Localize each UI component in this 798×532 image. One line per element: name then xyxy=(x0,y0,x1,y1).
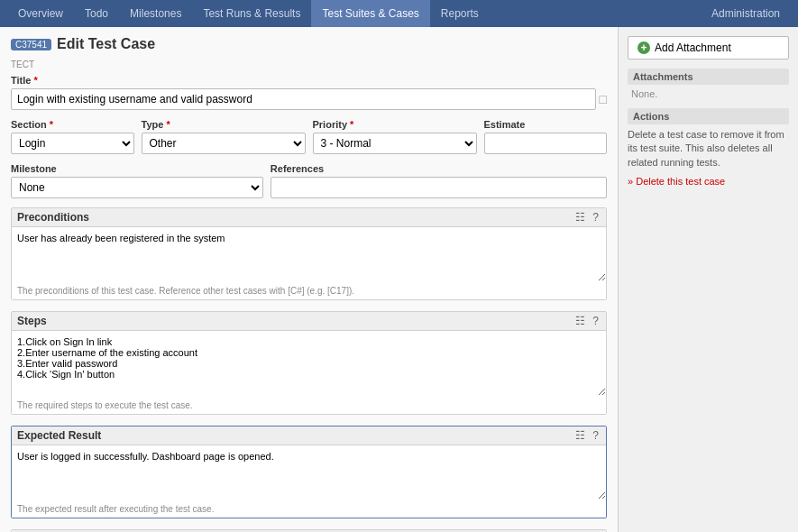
title-input[interactable] xyxy=(11,88,596,110)
case-badge: C37541 xyxy=(11,39,51,50)
fields-row-2: Milestone None Sprint 1 Sprint 2 Referen… xyxy=(11,163,607,198)
attachments-none: None. xyxy=(628,88,789,99)
expected-result-textarea[interactable]: User is logged in successfully. Dashboar… xyxy=(12,445,606,500)
left-panel: C37541 Edit Test Case TECT Title * □ Sec… xyxy=(0,27,618,532)
nav-item-overview[interactable]: Overview xyxy=(7,0,74,27)
title-section: Title * □ xyxy=(11,75,607,110)
preconditions-section: Preconditions ☷ ? User has already been … xyxy=(11,207,607,300)
nav-item-reports[interactable]: Reports xyxy=(430,0,490,27)
type-label: Type * xyxy=(142,119,306,130)
priority-col: Priority * 1 - Critical 2 - High 3 - Nor… xyxy=(313,119,477,154)
title-expand-icon[interactable]: □ xyxy=(600,92,607,106)
section-select[interactable]: Login Registration Dashboard xyxy=(11,133,134,154)
priority-label: Priority * xyxy=(313,119,477,130)
actions-description: Delete a test case to remove it from its… xyxy=(628,128,789,170)
steps-icons: ☷ ? xyxy=(573,315,601,327)
expected-result-title: Expected Result xyxy=(17,429,101,442)
page-header: C37541 Edit Test Case xyxy=(11,36,607,52)
steps-title: Steps xyxy=(17,315,47,327)
nav-item-administration[interactable]: Administration xyxy=(701,0,791,27)
section-label: Section * xyxy=(11,119,134,130)
nav-item-milestones[interactable]: Milestones xyxy=(119,0,192,27)
expected-result-icons: ☷ ? xyxy=(573,429,601,442)
preconditions-help-icon[interactable]: ? xyxy=(591,211,601,224)
steps-textarea[interactable]: 1.Click on Sign In link 2.Enter username… xyxy=(12,331,606,396)
milestone-label: Milestone xyxy=(11,163,263,174)
expected-result-help-icon[interactable]: ? xyxy=(591,429,601,442)
section-col: Section * Login Registration Dashboard xyxy=(11,119,134,154)
estimate-label: Estimate xyxy=(484,119,608,130)
steps-help-icon[interactable]: ? xyxy=(591,315,601,327)
add-attachment-button[interactable]: + Add Attachment xyxy=(628,36,789,60)
type-col: Type * Other Functional Performance Regr… xyxy=(142,119,306,154)
steps-format-icon[interactable]: ☷ xyxy=(573,315,587,327)
page-title: Edit Test Case xyxy=(57,36,155,52)
estimate-col: Estimate xyxy=(484,119,608,154)
breadcrumb: TECT xyxy=(11,60,607,69)
delete-test-case-link[interactable]: » Delete this test case xyxy=(628,176,725,187)
main-layout: C37541 Edit Test Case TECT Title * □ Sec… xyxy=(0,27,798,532)
preconditions-format-icon[interactable]: ☷ xyxy=(573,211,587,224)
navbar: Overview Todo Milestones Test Runs & Res… xyxy=(0,0,798,27)
estimate-input[interactable] xyxy=(484,133,608,154)
add-attachment-label: Add Attachment xyxy=(655,41,731,54)
preconditions-title: Preconditions xyxy=(17,211,89,224)
right-panel: + Add Attachment Attachments None. Actio… xyxy=(618,27,798,532)
expected-result-format-icon[interactable]: ☷ xyxy=(573,429,587,442)
attachments-title: Attachments xyxy=(628,69,789,85)
actions-title: Actions xyxy=(628,108,789,124)
preconditions-hint: The preconditions of this test case. Ref… xyxy=(12,284,606,299)
steps-body: 1.Click on Sign In link 2.Enter username… xyxy=(12,331,606,399)
actions-section: Actions Delete a test case to remove it … xyxy=(628,108,789,188)
type-select[interactable]: Other Functional Performance Regression … xyxy=(142,133,306,154)
references-input[interactable] xyxy=(271,177,607,198)
nav-item-todo[interactable]: Todo xyxy=(74,0,119,27)
steps-header: Steps ☷ ? xyxy=(12,312,606,331)
fields-row-1: Section * Login Registration Dashboard T… xyxy=(11,119,607,154)
title-label: Title * xyxy=(11,75,607,86)
milestone-col: Milestone None Sprint 1 Sprint 2 xyxy=(11,163,263,198)
steps-section: Steps ☷ ? 1.Click on Sign In link 2.Ente… xyxy=(11,311,607,415)
steps-hint: The required steps to execute the test c… xyxy=(12,399,606,414)
preconditions-icons: ☷ ? xyxy=(573,211,601,224)
priority-select[interactable]: 1 - Critical 2 - High 3 - Normal 4 - Low xyxy=(313,133,477,154)
references-label: References xyxy=(271,163,607,174)
preconditions-header: Preconditions ☷ ? xyxy=(12,208,606,227)
preconditions-textarea[interactable]: User has already been registered in the … xyxy=(12,227,606,281)
expected-result-section: Expected Result ☷ ? User is logged in su… xyxy=(11,426,607,518)
add-attachment-plus-icon: + xyxy=(637,41,650,54)
references-col: References xyxy=(271,163,607,198)
nav-item-testsuites[interactable]: Test Suites & Cases xyxy=(311,0,429,27)
title-row: □ xyxy=(11,88,607,110)
preconditions-body: User has already been registered in the … xyxy=(12,227,606,284)
nav-item-testruns[interactable]: Test Runs & Results xyxy=(192,0,311,27)
milestone-select[interactable]: None Sprint 1 Sprint 2 xyxy=(11,177,263,198)
expected-result-body: User is logged in successfully. Dashboar… xyxy=(12,445,606,502)
expected-result-hint: The expected result after executing the … xyxy=(12,502,606,518)
expected-result-header: Expected Result ☷ ? xyxy=(12,427,606,445)
